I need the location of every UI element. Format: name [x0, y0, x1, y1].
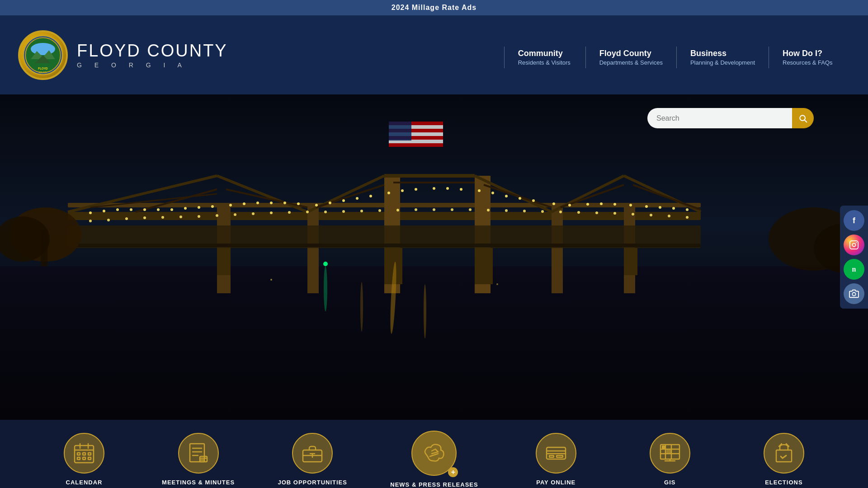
social-sidebar: f n: [840, 206, 868, 309]
pay-icon: [536, 433, 576, 474]
nav-business-main: Business: [690, 49, 755, 58]
nav-business[interactable]: Business Planning & Development: [676, 47, 769, 68]
nav-community-sub: Residents & Visitors: [518, 59, 572, 66]
nav-floyd-county[interactable]: Floyd County Departments & Services: [585, 47, 676, 68]
svg-rect-169: [549, 455, 554, 457]
nav-floyd-sub: Departments & Services: [599, 59, 663, 66]
news-icon: [411, 431, 457, 476]
hero-background: [0, 94, 868, 420]
nextdoor-button[interactable]: n: [844, 259, 864, 280]
county-name: FLOYD COUNTY: [77, 41, 228, 61]
gis-icon: [650, 433, 690, 474]
news-label: NEWS & PRESS RELEASES: [390, 481, 478, 488]
quick-link-gis[interactable]: GIS: [634, 433, 706, 486]
banner-text: 2024 Millage Rate Ads: [392, 4, 476, 11]
quick-link-calendar[interactable]: CALENDAR: [48, 433, 120, 486]
quick-link-jobs[interactable]: JOB OPPORTUNITIES: [276, 433, 349, 486]
camera-button[interactable]: [844, 283, 864, 304]
search-area: [647, 108, 814, 128]
quick-link-meetings[interactable]: MEETINGS & MINUTES: [162, 433, 235, 486]
calendar-icon: [64, 433, 104, 474]
svg-rect-151: [190, 444, 204, 462]
top-banner: 2024 Millage Rate Ads: [0, 0, 868, 15]
state-name: G E O R G I A: [77, 61, 228, 69]
quick-link-elections[interactable]: ELECTIONS: [748, 433, 820, 486]
logo-area: FLOYD COUNTY FLOYD COUNTY G E O R G I A: [18, 30, 228, 80]
svg-rect-180: [776, 450, 792, 462]
svg-text:FLOYD: FLOYD: [38, 66, 48, 70]
meetings-icon: [178, 433, 219, 474]
svg-point-139: [856, 242, 857, 243]
search-input[interactable]: [647, 108, 792, 128]
search-button[interactable]: [792, 108, 814, 128]
jobs-icon: [292, 433, 333, 474]
nav-floyd-main: Floyd County: [599, 49, 663, 58]
nav-howdoi-sub: Resources & FAQs: [783, 59, 836, 66]
svg-rect-178: [662, 446, 665, 448]
svg-rect-145: [77, 453, 80, 455]
svg-rect-148: [77, 457, 80, 460]
elections-icon: [764, 433, 804, 474]
svg-point-2: [31, 43, 55, 55]
nav-community-main: Community: [518, 49, 572, 58]
svg-point-138: [852, 243, 855, 246]
gis-label: GIS: [664, 479, 675, 486]
county-logo[interactable]: FLOYD COUNTY: [18, 30, 68, 80]
svg-rect-179: [667, 450, 670, 453]
svg-point-140: [852, 292, 855, 296]
main-nav: Community Residents & Visitors Floyd Cou…: [504, 47, 850, 68]
svg-rect-137: [850, 241, 858, 249]
hero-section: f n: [0, 94, 868, 420]
nav-how-do-i[interactable]: How Do I? Resources & FAQs: [769, 47, 850, 68]
jobs-label: JOB OPPORTUNITIES: [278, 479, 347, 486]
svg-rect-146: [83, 453, 85, 455]
svg-line-136: [805, 120, 807, 122]
calendar-label: CALENDAR: [66, 479, 103, 486]
svg-rect-170: [557, 455, 563, 457]
nav-community[interactable]: Community Residents & Visitors: [504, 47, 585, 68]
instagram-button[interactable]: [844, 235, 864, 255]
quick-link-pay[interactable]: PAY ONLINE: [520, 433, 592, 486]
svg-line-162: [432, 449, 435, 451]
nav-business-sub: Planning & Development: [690, 59, 755, 66]
svg-line-165: [430, 454, 438, 456]
svg-rect-150: [88, 457, 91, 460]
facebook-button[interactable]: f: [844, 210, 864, 231]
meetings-label: MEETINGS & MINUTES: [162, 479, 235, 486]
nav-howdoi-main: How Do I?: [783, 49, 836, 58]
elections-label: ELECTIONS: [765, 479, 802, 486]
quick-links-bar: CALENDAR MEETINGS & MINUTES: [0, 420, 868, 488]
svg-rect-149: [83, 457, 85, 460]
header: FLOYD COUNTY FLOYD COUNTY G E O R G I A …: [0, 15, 868, 94]
pay-label: PAY ONLINE: [536, 479, 576, 486]
county-title: FLOYD COUNTY G E O R G I A: [77, 41, 228, 69]
quick-link-news[interactable]: NEWS & PRESS RELEASES: [390, 431, 478, 488]
svg-rect-155: [200, 456, 207, 462]
svg-rect-147: [88, 453, 91, 455]
